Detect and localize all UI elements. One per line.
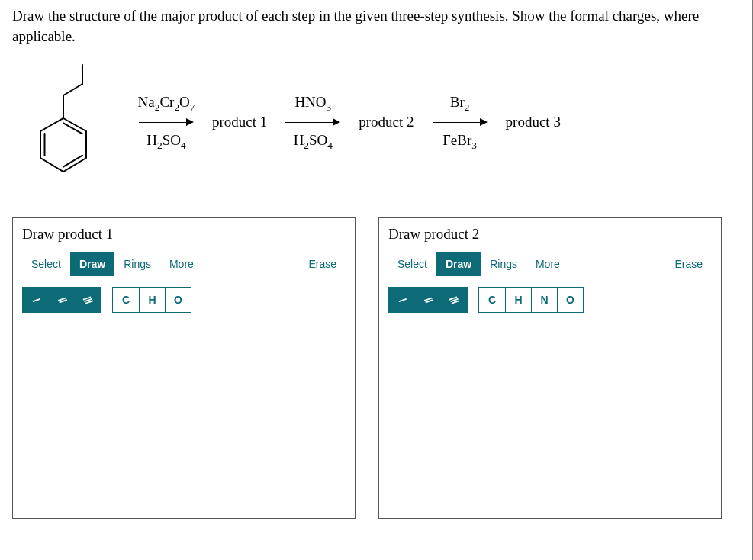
arrow-icon xyxy=(139,115,194,129)
tab-draw[interactable]: Draw xyxy=(436,252,481,276)
question-text: Draw the structure of the major product … xyxy=(12,6,740,47)
single-bond-button[interactable]: / xyxy=(23,288,49,312)
tab-more[interactable]: More xyxy=(526,252,569,276)
panel-1-title: Draw product 1 xyxy=(22,226,346,243)
tab-select[interactable]: Select xyxy=(388,252,436,276)
arrow-icon xyxy=(285,115,340,129)
draw-product-2-panel: Draw product 2 Select Draw Rings More Er… xyxy=(378,217,722,519)
product-1-label: product 1 xyxy=(204,114,275,130)
single-bond-button[interactable]: / xyxy=(389,288,415,312)
drawing-panels: Draw product 1 Select Draw Rings More Er… xyxy=(12,217,740,519)
reagent-bottom-3: FeBr3 xyxy=(442,132,477,150)
erase-button[interactable]: Erase xyxy=(299,252,346,276)
atom-o-button[interactable]: O xyxy=(165,288,191,312)
atom-h-button[interactable]: H xyxy=(139,288,165,312)
reagent-top-3: Br2 xyxy=(450,94,470,112)
svg-marker-0 xyxy=(40,118,86,172)
reagent-top-1: Na2Cr2O7 xyxy=(138,94,195,112)
tab-rings[interactable]: Rings xyxy=(114,252,160,276)
reaction-step-2: HNO3 H2SO4 xyxy=(275,94,351,150)
atom-c-button[interactable]: C xyxy=(113,288,139,312)
arrow-icon xyxy=(433,115,488,129)
page: Draw the structure of the major product … xyxy=(0,0,753,560)
reaction-scheme: Na2Cr2O7 H2SO4 product 1 HNO3 H2SO4 prod… xyxy=(21,57,740,187)
drawing-canvas-2[interactable] xyxy=(388,313,712,526)
atom-n-button[interactable]: N xyxy=(531,288,557,312)
tab-more[interactable]: More xyxy=(160,252,203,276)
product-3-label: product 3 xyxy=(498,114,568,130)
atom-o-button[interactable]: O xyxy=(557,288,583,312)
reaction-step-3: Br2 FeBr3 xyxy=(422,94,498,150)
svg-line-2 xyxy=(63,123,82,134)
reaction-step-1: Na2Cr2O7 H2SO4 xyxy=(128,94,204,150)
drawing-canvas-1[interactable] xyxy=(22,313,346,526)
bond-button-group: / // /// xyxy=(22,287,101,313)
triple-bond-button[interactable]: /// xyxy=(75,288,101,312)
panel-2-mode-tabs: Select Draw Rings More Erase xyxy=(388,252,712,276)
starting-material-structure xyxy=(21,57,128,187)
double-bond-button[interactable]: // xyxy=(415,288,441,312)
tab-rings[interactable]: Rings xyxy=(481,252,526,276)
reagent-top-2: HNO3 xyxy=(294,94,331,112)
tab-select[interactable]: Select xyxy=(22,252,70,276)
panel-1-mode-tabs: Select Draw Rings More Erase xyxy=(22,252,346,276)
panel-1-tool-buttons: / // /// C H O xyxy=(22,287,346,313)
reagent-bottom-1: H2SO4 xyxy=(146,132,185,150)
bond-button-group: / // /// xyxy=(388,287,468,313)
tab-draw[interactable]: Draw xyxy=(70,252,114,276)
erase-button[interactable]: Erase xyxy=(665,252,712,276)
atom-c-button[interactable]: C xyxy=(479,288,505,312)
atom-button-group: C H O xyxy=(112,287,191,313)
product-2-label: product 2 xyxy=(351,114,421,130)
atom-button-group: C H N O xyxy=(478,287,584,313)
triple-bond-button[interactable]: /// xyxy=(441,288,467,312)
atom-h-button[interactable]: H xyxy=(505,288,531,312)
double-bond-button[interactable]: // xyxy=(49,288,75,312)
svg-line-5 xyxy=(63,84,82,95)
draw-product-1-panel: Draw product 1 Select Draw Rings More Er… xyxy=(12,217,356,519)
panel-2-title: Draw product 2 xyxy=(388,226,712,243)
panel-2-tool-buttons: / // /// C H N O xyxy=(388,287,712,313)
reagent-bottom-2: H2SO4 xyxy=(294,132,333,150)
